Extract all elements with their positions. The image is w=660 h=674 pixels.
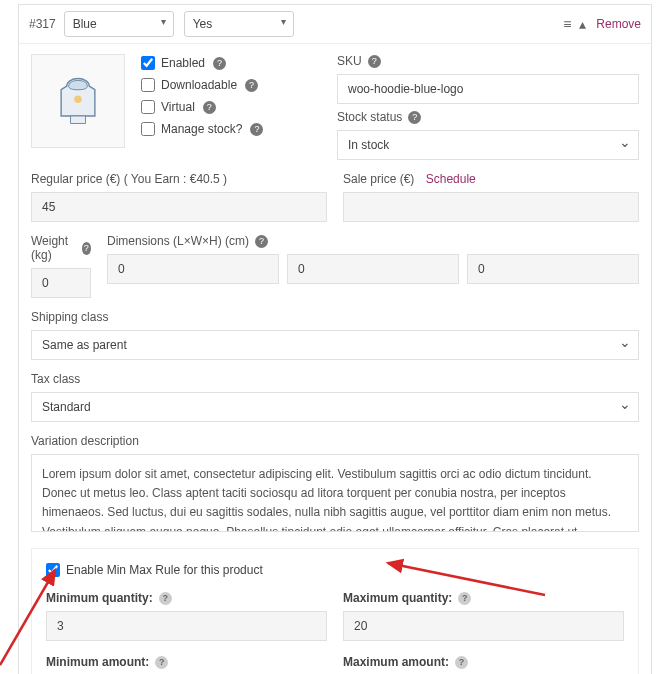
help-icon[interactable]: ? xyxy=(203,101,216,114)
help-icon[interactable]: ? xyxy=(368,55,381,68)
help-icon[interactable]: ? xyxy=(455,656,468,669)
dimension-length-input[interactable] xyxy=(107,254,279,284)
attribute-2-select[interactable]: Yes xyxy=(184,11,294,37)
help-icon[interactable]: ? xyxy=(458,592,471,605)
attribute-1-select[interactable]: Blue xyxy=(64,11,174,37)
attr1-wrap: Blue xyxy=(64,11,184,37)
variation-body: Enabled ? Downloadable ? Virtual ? Manag… xyxy=(19,44,651,538)
variation-id: #317 xyxy=(29,17,56,31)
variation-header: #317 Blue Yes ≡ ▴ Remove xyxy=(19,5,651,44)
min-qty-label: Minimum quantity: ? xyxy=(46,591,327,605)
help-icon[interactable]: ? xyxy=(213,57,226,70)
dimension-height-input[interactable] xyxy=(467,254,639,284)
stock-status-label: Stock status ? xyxy=(337,110,639,124)
stock-status-select[interactable]: In stock xyxy=(337,130,639,160)
help-icon[interactable]: ? xyxy=(155,656,168,669)
description-label: Variation description xyxy=(31,434,639,448)
help-icon[interactable]: ? xyxy=(82,242,91,255)
help-icon[interactable]: ? xyxy=(159,592,172,605)
dimension-width-input[interactable] xyxy=(287,254,459,284)
schedule-link[interactable]: Schedule xyxy=(426,172,476,186)
dimensions-label: Dimensions (L×W×H) (cm) ? xyxy=(107,234,639,248)
max-qty-input[interactable] xyxy=(343,611,624,641)
regular-price-label: Regular price (€) ( You Earn : €40.5 ) xyxy=(31,172,327,186)
svg-point-0 xyxy=(74,95,82,103)
manage-stock-checkbox[interactable]: Manage stock? ? xyxy=(141,122,321,136)
max-amt-label: Maximum amount: ? xyxy=(343,655,624,669)
variation-checkboxes: Enabled ? Downloadable ? Virtual ? Manag… xyxy=(141,54,321,160)
min-amt-label: Minimum amount: ? xyxy=(46,655,327,669)
shipping-class-select[interactable]: Same as parent xyxy=(31,330,639,360)
regular-price-input[interactable] xyxy=(31,192,327,222)
enable-minmax-checkbox[interactable]: Enable Min Max Rule for this product xyxy=(46,563,624,577)
sale-price-label: Sale price (€) Schedule xyxy=(343,172,639,186)
weight-input[interactable] xyxy=(31,268,91,298)
variation-image[interactable] xyxy=(31,54,125,148)
virtual-checkbox[interactable]: Virtual ? xyxy=(141,100,321,114)
collapse-icon[interactable]: ▴ xyxy=(579,16,586,32)
shipping-class-label: Shipping class xyxy=(31,310,639,324)
weight-label: Weight (kg) ? xyxy=(31,234,91,262)
min-qty-input[interactable] xyxy=(46,611,327,641)
hoodie-icon xyxy=(48,71,108,131)
help-icon[interactable]: ? xyxy=(408,111,421,124)
remove-link[interactable]: Remove xyxy=(596,17,641,31)
description-textarea[interactable] xyxy=(31,454,639,532)
sku-input[interactable] xyxy=(337,74,639,104)
help-icon[interactable]: ? xyxy=(245,79,258,92)
enabled-checkbox[interactable]: Enabled ? xyxy=(141,56,321,70)
minmax-panel: Enable Min Max Rule for this product Min… xyxy=(31,548,639,674)
max-qty-label: Maximum quantity: ? xyxy=(343,591,624,605)
menu-icon[interactable]: ≡ xyxy=(563,16,571,32)
sku-label: SKU ? xyxy=(337,54,639,68)
downloadable-checkbox[interactable]: Downloadable ? xyxy=(141,78,321,92)
tax-class-select[interactable]: Standard xyxy=(31,392,639,422)
attr2-wrap: Yes xyxy=(184,11,304,37)
tax-class-label: Tax class xyxy=(31,372,639,386)
variation-panel: #317 Blue Yes ≡ ▴ Remove xyxy=(18,4,652,674)
sale-price-input[interactable] xyxy=(343,192,639,222)
help-icon[interactable]: ? xyxy=(250,123,263,136)
help-icon[interactable]: ? xyxy=(255,235,268,248)
